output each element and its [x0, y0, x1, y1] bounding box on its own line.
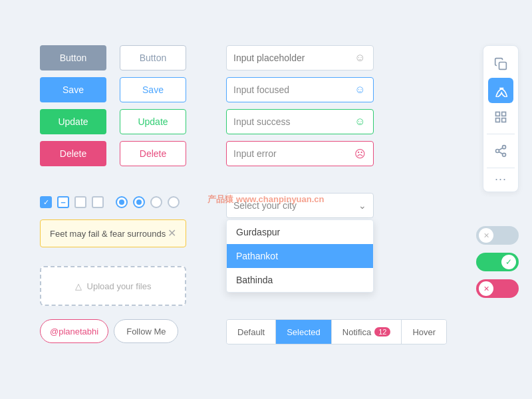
checkbox-checked[interactable]: [40, 196, 52, 208]
dropdown-list: Gurdaspur Pathankot Bathinda: [226, 219, 374, 293]
dropdown-arrow-icon: ⌄: [358, 200, 366, 211]
svg-line-8: [499, 152, 503, 154]
dropdown-trigger[interactable]: Select your city ⌄: [226, 193, 374, 218]
alert-box: Feet may fail & fear surrounds ✕: [40, 219, 186, 247]
save-filled-button[interactable]: Save: [40, 77, 106, 102]
leaf-icon-btn[interactable]: [488, 78, 513, 103]
social-section: @planetabhi Follow Me: [40, 319, 178, 343]
update-outline-button[interactable]: Update: [120, 109, 186, 134]
update-filled-button[interactable]: Update: [40, 109, 106, 134]
tab-selected[interactable]: Selected: [276, 320, 332, 344]
checkbox-unchecked[interactable]: [74, 196, 86, 208]
toggle-on-thumb: [501, 255, 516, 269]
delete-outline-button[interactable]: Delete: [120, 141, 186, 166]
focused-input-wrap: ☺: [226, 77, 374, 102]
tab-notifica[interactable]: Notifica 12: [332, 320, 402, 344]
filled-button-col: Button Save Update Delete: [40, 45, 106, 166]
dropdown-item-gurdaspur[interactable]: Gurdaspur: [227, 220, 373, 244]
default-outline-button[interactable]: Button: [120, 45, 186, 70]
handle-tag[interactable]: @planetabhi: [40, 319, 108, 343]
svg-point-5: [503, 146, 506, 149]
dropdown-item-pathankot[interactable]: Pathankot: [227, 244, 373, 268]
checkbox-unchecked-2[interactable]: [92, 196, 104, 208]
sidebar-panel: ···: [483, 45, 519, 192]
focused-icon: ☺: [354, 82, 366, 97]
svg-line-9: [499, 148, 503, 150]
notifica-badge: 12: [374, 327, 390, 336]
checkbox-partial[interactable]: [57, 196, 69, 208]
toggle-pink-thumb: [479, 281, 493, 296]
placeholder-input-wrap: ☺: [226, 45, 374, 70]
save-outline-button[interactable]: Save: [120, 77, 186, 102]
error-input[interactable]: [233, 148, 350, 159]
svg-rect-0: [499, 63, 507, 70]
svg-rect-2: [502, 112, 506, 116]
delete-filled-button[interactable]: Delete: [40, 141, 106, 166]
inputs-section: ☺ ☺ ☺ ☹: [226, 45, 374, 166]
toggle-pink[interactable]: [476, 279, 519, 298]
error-input-wrap: ☹: [226, 141, 374, 166]
svg-rect-3: [496, 118, 500, 122]
radio-selected[interactable]: [116, 196, 128, 208]
alert-close-button[interactable]: ✕: [168, 228, 176, 239]
default-filled-button[interactable]: Button: [40, 45, 106, 70]
button-section: Button Save Update Delete Button Save Up…: [40, 45, 186, 166]
grid-icon-btn[interactable]: [488, 104, 513, 130]
toggles-section: [476, 226, 519, 298]
dropdown-section: Select your city ⌄ Gurdaspur Pathankot B…: [226, 193, 374, 293]
follow-button[interactable]: Follow Me: [114, 319, 178, 343]
tab-default[interactable]: Default: [227, 320, 276, 344]
radio-group: [116, 196, 180, 208]
upload-icon: △: [75, 281, 82, 291]
success-icon: ☺: [354, 114, 366, 129]
toggle-on[interactable]: [476, 253, 519, 271]
placeholder-input[interactable]: [233, 53, 350, 63]
sidebar-divider: [487, 134, 515, 134]
dropdown-item-bathinda[interactable]: Bathinda: [227, 268, 373, 292]
toggle-off[interactable]: [476, 226, 519, 245]
upload-label: Upload your files: [87, 281, 152, 291]
radio-unchecked[interactable]: [150, 196, 162, 208]
success-input[interactable]: [233, 116, 350, 127]
svg-point-6: [496, 150, 499, 153]
toggle-off-thumb: [479, 228, 493, 243]
placeholder-icon: ☺: [354, 51, 366, 65]
outline-button-col: Button Save Update Delete: [120, 45, 186, 166]
alert-text: Feet may fail & fear surrounds: [50, 229, 166, 239]
svg-point-7: [503, 153, 506, 156]
upload-box[interactable]: △ Upload your files: [40, 266, 186, 306]
svg-rect-1: [496, 112, 500, 116]
focused-input[interactable]: [233, 84, 350, 95]
error-icon: ☹: [354, 146, 366, 161]
alert-section: Feet may fail & fear surrounds ✕: [40, 219, 186, 247]
dropdown-placeholder: Select your city: [233, 200, 297, 211]
success-input-wrap: ☺: [226, 109, 374, 134]
sidebar-divider-2: [487, 168, 515, 168]
upload-section: △ Upload your files: [40, 266, 186, 306]
tab-hover[interactable]: Hover: [402, 320, 446, 344]
radio-selected-2[interactable]: [133, 196, 145, 208]
radio-unchecked-2[interactable]: [168, 196, 180, 208]
tab-notifica-label: Notifica: [342, 327, 371, 337]
share-icon-btn[interactable]: [488, 138, 513, 164]
checkboxes-section: [40, 196, 180, 208]
tabs-section: Default Selected Notifica 12 Hover: [226, 319, 447, 344]
sidebar-more-icon[interactable]: ···: [495, 172, 507, 186]
copy-icon-btn[interactable]: [488, 51, 513, 76]
svg-rect-4: [502, 118, 506, 122]
